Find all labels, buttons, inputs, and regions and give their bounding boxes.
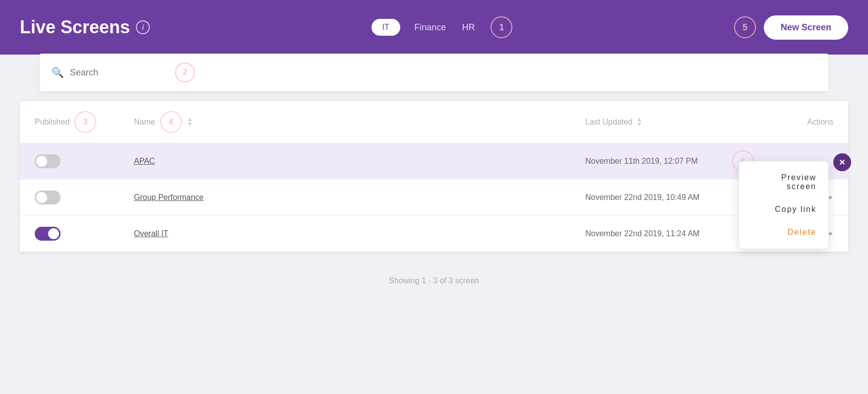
name-sort-icon[interactable]: ▲▼ [187, 117, 193, 127]
row-1-name-cell: APAC [134, 157, 585, 166]
row-2-name-link[interactable]: Group Performance [134, 193, 585, 202]
row-1-name-link[interactable]: APAC [134, 157, 585, 166]
table-header: Published 3 Name 4 ▲▼ Last Updated ▲▼ Ac… [20, 101, 848, 143]
row-2-toggle[interactable] [35, 191, 61, 204]
row-2-name-cell: Group Performance [134, 193, 585, 202]
search-input[interactable] [70, 67, 169, 78]
header: Live Screens i IT Finance HR 1 5 New Scr… [0, 0, 868, 55]
new-screen-button[interactable]: New Screen [764, 15, 848, 40]
col-header-last-updated: Last Updated ▲▼ [585, 117, 774, 127]
table-row: APAC November 11th 2019, 12:07 PM ✕ Prev… [20, 143, 848, 180]
step-badge-4: 4 [160, 111, 182, 133]
row-3-toggle[interactable] [35, 227, 61, 241]
table-footer: Showing 1 - 3 of 3 screen [0, 262, 868, 300]
info-icon[interactable]: i [136, 20, 150, 34]
dropdown-copy-link[interactable]: Copy link [739, 198, 828, 221]
row-2-published-cell [35, 191, 134, 204]
search-icon: 🔍 [52, 66, 64, 78]
col-header-published: Published 3 [35, 111, 134, 133]
close-dropdown-button[interactable]: ✕ [833, 153, 851, 171]
search-bar: 🔍 2 [40, 54, 828, 91]
dropdown-preview-screen[interactable]: Preview screen [739, 166, 828, 198]
header-left: Live Screens i [20, 17, 150, 38]
row-3-name-link[interactable]: Overall IT [134, 229, 585, 238]
table-row: Overall IT November 22nd 2019, 11:24 AM … [20, 216, 848, 252]
header-right: 5 New Screen [734, 15, 848, 40]
dropdown-delete[interactable]: Delete [739, 221, 828, 244]
tag-filter-group: IT Finance HR 1 [372, 16, 513, 38]
showing-text: Showing 1 - 3 of 3 screen [389, 276, 479, 285]
step-badge-3: 3 [74, 111, 96, 133]
row-3-published-cell [35, 227, 134, 241]
col-header-name: Name 4 ▲▼ [134, 111, 585, 133]
tag-it[interactable]: IT [372, 19, 400, 36]
actions-dropdown: ✕ Preview screen Copy link Delete [739, 161, 828, 249]
screens-table: Published 3 Name 4 ▲▼ Last Updated ▲▼ Ac… [20, 101, 848, 252]
tag-hr[interactable]: HR [454, 18, 483, 37]
tag-finance[interactable]: Finance [406, 18, 454, 37]
table-row: Group Performance November 22nd 2019, 10… [20, 180, 848, 216]
row-3-name-cell: Overall IT [134, 229, 585, 238]
step-badge-1: 1 [491, 16, 512, 38]
last-updated-sort-icon[interactable]: ▲▼ [636, 117, 642, 127]
step-badge-5: 5 [734, 16, 756, 38]
page-title: Live Screens [20, 17, 130, 38]
row-1-toggle[interactable] [35, 154, 61, 168]
row-1-published-cell [35, 154, 134, 168]
step-badge-2: 2 [175, 63, 195, 82]
col-header-actions: Actions [774, 118, 833, 127]
